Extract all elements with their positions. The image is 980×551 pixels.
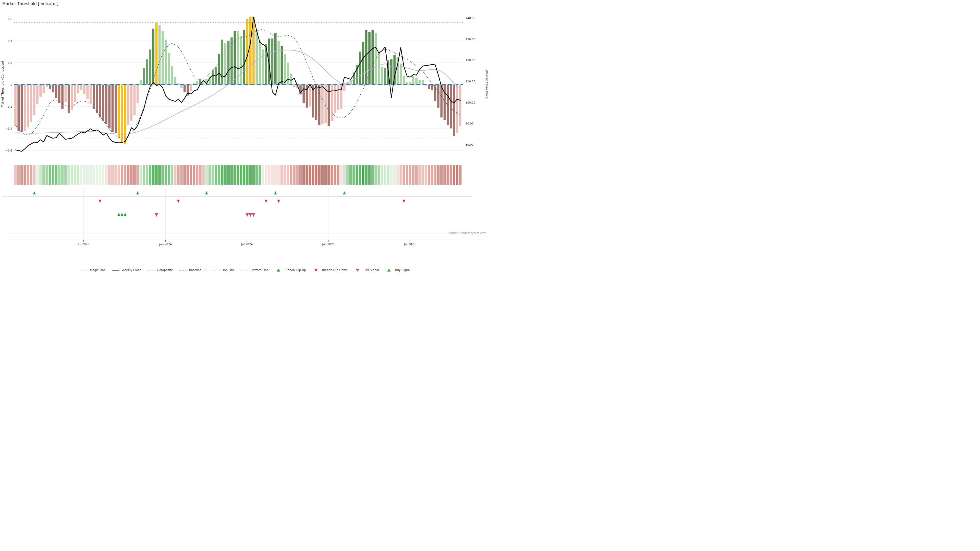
- ribbon-cell: [231, 165, 233, 185]
- threshold-bar: [68, 85, 70, 113]
- ribbon-cell: [443, 165, 446, 185]
- left-tick-label: 0.6: [8, 17, 13, 21]
- ribbon-cell: [252, 165, 255, 185]
- threshold-bar: [115, 85, 117, 133]
- ribbon-cell: [199, 165, 202, 185]
- ribbon-cell: [80, 165, 83, 185]
- legend-item-baseline-0-[interactable]: Baseline (0): [179, 268, 207, 272]
- threshold-bar: [196, 81, 198, 85]
- ribbon-cell: [396, 165, 399, 185]
- ribbon-cell: [52, 165, 54, 185]
- threshold-bar: [303, 85, 305, 103]
- threshold-bar: [256, 30, 258, 85]
- threshold-bar: [140, 80, 142, 84]
- ribbon-cell: [359, 165, 361, 185]
- right-axis-title: Weekly Close Price: [485, 70, 488, 99]
- legend-item-top-line[interactable]: Top Line: [212, 268, 234, 272]
- ribbon-cell: [143, 165, 145, 185]
- left-tick-label: 0: [11, 83, 12, 86]
- ribbon-cell: [415, 165, 418, 185]
- ribbon-cell: [393, 165, 396, 185]
- left-tick-label: −0.6: [5, 149, 12, 152]
- legend-item-ribbon-flip-up[interactable]: Ribbon Flip Up: [274, 268, 306, 272]
- ribbon-cell: [328, 165, 330, 185]
- ribbon-cell: [422, 165, 424, 185]
- threshold-bar: [359, 52, 361, 85]
- ribbon-cell: [30, 165, 32, 185]
- ribbon-cell: [218, 165, 220, 185]
- ribbon-cell: [158, 165, 161, 185]
- threshold-bar: [77, 85, 80, 94]
- threshold-bar: [274, 33, 277, 84]
- threshold-bar: [459, 85, 461, 126]
- ribbon-cell: [168, 165, 170, 185]
- x-tick-label: Jan 2025: [322, 243, 334, 246]
- ribbon-flip-down-marker: [277, 200, 280, 203]
- ribbon-cell: [18, 165, 20, 185]
- ribbon-cell: [365, 165, 368, 185]
- ribbon-cell: [212, 165, 214, 185]
- threshold-bar: [65, 85, 67, 102]
- legend-item-composite[interactable]: Composite: [147, 268, 173, 272]
- ribbon-flip-down-marker: [265, 200, 267, 203]
- ribbon-cell: [71, 165, 73, 185]
- threshold-bar: [99, 85, 101, 118]
- ribbon-cell: [362, 165, 364, 185]
- threshold-bar: [149, 49, 151, 85]
- threshold-bar: [21, 85, 23, 132]
- ribbon-flip-down-marker: [177, 200, 180, 203]
- legend-item-magic-line[interactable]: Magic Line: [80, 268, 105, 272]
- ribbon-cell: [77, 165, 80, 185]
- ribbon-cell: [202, 165, 205, 185]
- threshold-bar: [437, 85, 439, 108]
- legend-item-sell-signal[interactable]: Sell Signal: [353, 268, 379, 272]
- legend-item-ribbon-flip-down[interactable]: Ribbon Flip Down: [312, 268, 348, 272]
- legend-item-buy-signal[interactable]: Buy Signal: [385, 268, 410, 272]
- threshold-bar: [368, 32, 371, 84]
- threshold-bar: [130, 85, 132, 121]
- threshold-bar: [453, 85, 455, 136]
- ribbon-cell: [177, 165, 180, 185]
- tri-up-icon: [277, 268, 280, 272]
- ribbon-cell: [262, 165, 264, 185]
- legend-item-label: Ribbon Flip Down: [322, 268, 348, 272]
- threshold-bar: [111, 85, 114, 132]
- ribbon-cell: [296, 165, 299, 185]
- ribbon-cell: [14, 165, 17, 185]
- ribbon-cell: [36, 165, 39, 185]
- ribbon-cell: [425, 165, 427, 185]
- tri-down-icon: [314, 269, 318, 272]
- legend-item-weekly-close[interactable]: Weekly Close: [111, 268, 142, 272]
- threshold-bar: [146, 59, 148, 85]
- legend-item-label: Top Line: [223, 268, 234, 272]
- ribbon-cell: [240, 165, 242, 185]
- threshold-bar: [403, 76, 405, 84]
- ribbon-cell: [374, 165, 377, 185]
- legend-item-bottom-line[interactable]: Bottom Line: [240, 268, 269, 272]
- threshold-bar: [96, 85, 98, 113]
- ribbon-cell: [27, 165, 29, 185]
- threshold-bar: [174, 77, 177, 84]
- ribbon-cell: [196, 165, 199, 185]
- ribbon-cell: [121, 165, 123, 185]
- ribbon-cell: [259, 165, 261, 185]
- sell-signal-marker: [245, 213, 249, 217]
- ribbon-cell: [61, 165, 64, 185]
- right-tick-label: 120.00: [466, 59, 476, 62]
- ribbon-cell: [356, 165, 358, 185]
- threshold-bar: [52, 85, 54, 92]
- threshold-bar: [27, 85, 29, 127]
- threshold-bar: [318, 85, 321, 125]
- ribbon-cell: [412, 165, 415, 185]
- legend-item-label: Bottom Line: [251, 268, 269, 272]
- threshold-bar: [55, 85, 57, 98]
- threshold-bar: [36, 85, 38, 104]
- chart-legend: Magic LineWeekly CloseCompositeBaseline …: [0, 268, 490, 272]
- ribbon-cell: [162, 165, 164, 185]
- buy-signal-marker: [117, 213, 121, 216]
- x-tick-label: Jul 2025: [404, 243, 416, 246]
- threshold-bar: [118, 85, 120, 138]
- ribbon-cell: [237, 165, 239, 185]
- threshold-bar: [309, 85, 311, 106]
- plot-canvas[interactable]: Jul 2023Jan 2024Jul 2024Jan 2025Jul 2025…: [0, 0, 490, 267]
